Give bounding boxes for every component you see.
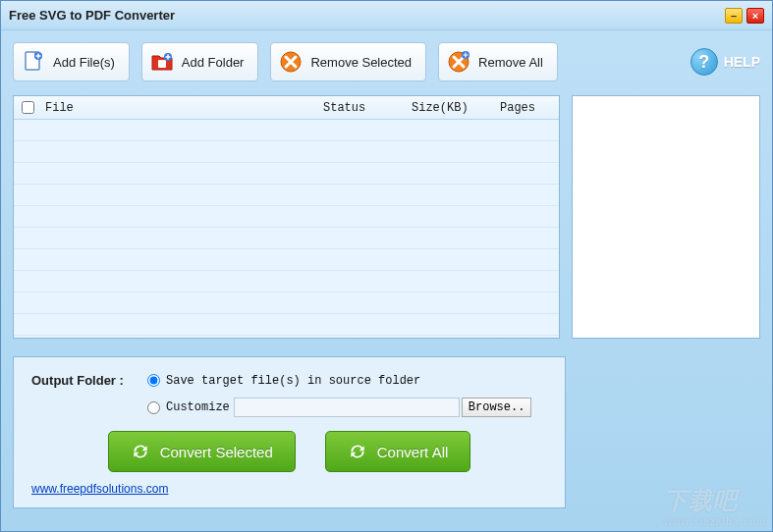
output-folder-label: Output Folder :	[31, 373, 147, 388]
table-row	[14, 249, 559, 271]
body-area: Add File(s) Add Folder Remove Selected R…	[1, 30, 772, 531]
table-row	[14, 141, 559, 163]
preview-panel	[572, 95, 760, 339]
table-body	[14, 120, 559, 336]
convert-all-button[interactable]: Convert All	[325, 431, 471, 472]
help-icon: ?	[690, 48, 718, 76]
toolbar: Add File(s) Add Folder Remove Selected R…	[13, 42, 760, 81]
add-folder-label: Add Folder	[182, 55, 245, 70]
remove-selected-icon	[279, 50, 303, 74]
table-row	[14, 271, 559, 293]
convert-all-label: Convert All	[377, 444, 449, 460]
refresh-icon	[348, 442, 367, 461]
add-folder-icon	[150, 50, 174, 74]
col-file: File	[41, 101, 323, 115]
radio-source-label: Save target file(s) in source folder	[166, 374, 420, 388]
table-row	[14, 314, 559, 336]
col-pages: Pages	[500, 101, 559, 115]
remove-all-label: Remove All	[478, 55, 543, 70]
content-row: File Status Size(KB) Pages	[13, 95, 760, 339]
refresh-icon	[131, 442, 150, 461]
remove-all-button[interactable]: Remove All	[438, 42, 558, 81]
table-row	[14, 228, 559, 249]
select-all-cell	[14, 101, 41, 114]
radio-source-folder[interactable]	[147, 374, 160, 387]
table-row	[14, 120, 559, 141]
close-button[interactable]: ×	[746, 8, 764, 24]
app-window: Free SVG to PDF Converter – × Add File(s…	[0, 0, 773, 532]
window-title: Free SVG to PDF Converter	[9, 8, 725, 23]
remove-selected-button[interactable]: Remove Selected	[270, 42, 426, 81]
convert-selected-button[interactable]: Convert Selected	[108, 431, 296, 472]
table-row	[14, 163, 559, 185]
convert-selected-label: Convert Selected	[160, 444, 273, 460]
remove-selected-label: Remove Selected	[310, 55, 412, 70]
table-row	[14, 206, 559, 228]
options-panel: Output Folder : Save target file(s) in s…	[13, 356, 566, 508]
browse-button[interactable]: Browse..	[462, 398, 532, 417]
radio-customize[interactable]	[147, 401, 160, 414]
output-row-customize: Customize Browse..	[31, 398, 547, 417]
select-all-checkbox[interactable]	[22, 101, 34, 114]
convert-row: Convert Selected Convert All	[31, 431, 547, 472]
help-label: HELP	[724, 54, 760, 70]
table-row	[14, 185, 559, 206]
add-folder-button[interactable]: Add Folder	[141, 42, 259, 81]
vendor-link[interactable]: www.freepdfsolutions.com	[31, 482, 168, 496]
titlebar: Free SVG to PDF Converter – ×	[1, 1, 772, 30]
col-status: Status	[323, 101, 412, 115]
table-row	[14, 293, 559, 314]
add-files-label: Add File(s)	[53, 55, 115, 70]
table-header: File Status Size(KB) Pages	[14, 96, 559, 120]
radio-customize-label: Customize	[166, 400, 230, 414]
add-file-icon	[22, 50, 45, 74]
help-button[interactable]: ? HELP	[690, 48, 760, 76]
titlebar-buttons: – ×	[725, 8, 764, 24]
remove-all-icon	[447, 50, 470, 74]
svg-rect-2	[158, 60, 166, 68]
col-size: Size(KB)	[412, 101, 500, 115]
file-table: File Status Size(KB) Pages	[13, 95, 560, 339]
add-files-button[interactable]: Add File(s)	[13, 42, 130, 81]
output-row-source: Output Folder : Save target file(s) in s…	[31, 373, 547, 388]
customize-path-input[interactable]	[234, 398, 460, 417]
minimize-button[interactable]: –	[725, 8, 743, 24]
